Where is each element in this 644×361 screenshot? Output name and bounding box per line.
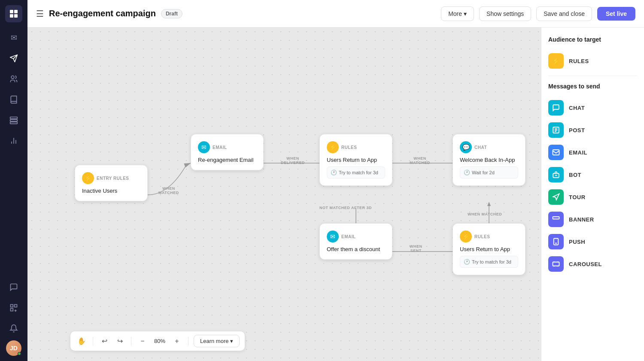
panel-post-icon	[548, 122, 564, 138]
panel-rules-item[interactable]: ⚡ RULES	[548, 50, 637, 72]
page-title: Re-engagement campaign	[49, 9, 156, 18]
email1-icon: ✉	[198, 141, 210, 153]
svg-rect-9	[15, 305, 17, 307]
panel-push-item[interactable]: PUSH	[548, 231, 637, 253]
learn-more-button[interactable]: Learn more ▾	[194, 335, 240, 347]
entry-type-label: ENTRY RULES	[97, 176, 129, 181]
sidebar-chart-icon[interactable]	[5, 132, 22, 149]
node-chat[interactable]: 💬 CHAT Welcome Back In-App 🕐 Wait for 2d	[453, 134, 526, 186]
rules2-type-label: RULES	[474, 234, 490, 239]
sidebar: ✉	[0, 0, 27, 361]
panel-push-label: PUSH	[569, 239, 585, 245]
panel-post-item[interactable]: POST	[548, 119, 637, 141]
email2-type-label: EMAIL	[341, 234, 356, 239]
node-email1[interactable]: ✉ EMAIL Re-engagement Email	[191, 134, 264, 170]
clock-icon-2: 🕐	[464, 170, 470, 176]
panel-rules-icon: ⚡	[548, 53, 564, 69]
email1-type-label: EMAIL	[213, 145, 227, 150]
panel-chat-icon	[548, 100, 564, 115]
svg-rect-28	[553, 217, 559, 219]
panel-carousel-item[interactable]: CAROUSEL	[548, 253, 637, 275]
chevron-down-icon: ▾	[464, 10, 467, 17]
chat-label: Welcome Back In-App	[460, 157, 518, 163]
panel-tour-icon	[548, 189, 564, 205]
conn-when-matched-2: WHENMATCHED	[410, 156, 430, 165]
panel-banner-icon	[548, 212, 564, 227]
hand-tool-button[interactable]: ✋	[76, 335, 88, 347]
panel-tour-item[interactable]: TOUR	[548, 186, 637, 208]
main-area: ☰ Re-engagement campaign Draft More ▾ Sh…	[27, 0, 644, 361]
node-email1-header: ✉ EMAIL	[198, 141, 256, 153]
conn-not-matched: NOT MATCHED AFTER 3D	[319, 206, 372, 210]
panel-carousel-label: CAROUSEL	[569, 261, 602, 267]
svg-rect-10	[11, 309, 13, 311]
chevron-down-icon-2: ▾	[230, 338, 233, 344]
app-logo[interactable]	[5, 5, 22, 22]
audience-title: Audience to target	[548, 36, 637, 43]
user-avatar[interactable]: JD	[6, 340, 21, 356]
sidebar-mail-icon[interactable]: ✉	[5, 29, 22, 46]
panel-chat-item[interactable]: CHAT	[548, 97, 637, 119]
node-entry-header: ⚡ ENTRY RULES	[82, 172, 140, 184]
sidebar-grid-plus-icon[interactable]	[5, 299, 22, 316]
undo-button[interactable]: ↩	[98, 335, 110, 347]
zoom-controls: ✋ ↩ ↪ − 80% + Learn more ▾	[70, 331, 245, 351]
email1-label: Re-engagement Email	[198, 157, 256, 163]
show-settings-button[interactable]: Show settings	[479, 6, 531, 21]
svg-rect-26	[553, 150, 559, 155]
zoom-level: 80%	[152, 338, 167, 344]
rules1-type-label: RULES	[341, 145, 357, 150]
menu-button[interactable]: ☰	[36, 9, 44, 19]
panel-email-item[interactable]: EMAIL	[548, 141, 637, 164]
panel-banner-item[interactable]: BANNER	[548, 208, 637, 231]
panel-bot-item[interactable]: BOT	[548, 164, 637, 186]
email2-label: Offer them a discount	[327, 246, 385, 252]
panel-carousel-icon	[548, 256, 564, 272]
svg-rect-7	[10, 122, 18, 124]
sidebar-bell-icon[interactable]	[5, 320, 22, 337]
sidebar-layers-icon[interactable]	[5, 112, 22, 129]
svg-rect-1	[14, 10, 18, 13]
svg-point-30	[556, 243, 556, 244]
node-entry-rules[interactable]: ⚡ ENTRY RULES Inactive Users	[75, 165, 148, 201]
flow-canvas[interactable]: WHENMATCHED WHENDELIVERED WHENMATCHED NO…	[27, 27, 541, 361]
panel-email-icon	[548, 145, 564, 160]
clock-icon-3: 🕐	[464, 259, 470, 265]
panel-post-label: POST	[569, 127, 585, 133]
node-rules2[interactable]: ⚡ RULES Users Return to App 🕐 Try to mat…	[453, 223, 526, 275]
chat-type-label: CHAT	[474, 145, 487, 150]
rules2-icon: ⚡	[460, 231, 472, 243]
more-button[interactable]: More ▾	[441, 6, 474, 21]
node-email2[interactable]: ✉ EMAIL Offer them a discount	[319, 223, 392, 260]
node-chat-header: 💬 CHAT	[460, 141, 518, 153]
chat-sub: 🕐 Wait for 2d	[460, 167, 518, 179]
redo-button[interactable]: ↪	[114, 335, 126, 347]
conn-when-matched-3: WHEN MATCHED	[468, 212, 502, 216]
svg-rect-3	[14, 14, 18, 18]
svg-rect-31	[553, 262, 559, 266]
sidebar-book-icon[interactable]	[5, 91, 22, 108]
messages-title: Messages to send	[548, 83, 637, 90]
sidebar-message-icon[interactable]	[5, 279, 22, 296]
panel-rules-label: RULES	[569, 58, 589, 64]
rules1-icon: ⚡	[327, 141, 339, 153]
node-rules2-header: ⚡ RULES	[460, 231, 518, 243]
zoom-in-button[interactable]: +	[171, 335, 183, 347]
conn-when-delivered: WHENDELIVERED	[281, 156, 305, 165]
svg-rect-5	[10, 117, 18, 119]
panel-bot-icon	[548, 167, 564, 182]
zoom-out-button[interactable]: −	[137, 335, 149, 347]
chat-icon: 💬	[460, 141, 472, 153]
sidebar-users-icon[interactable]	[5, 70, 22, 88]
rules1-sub: 🕐 Try to match for 3d	[327, 167, 385, 179]
node-rules1[interactable]: ⚡ RULES Users Return to App 🕐 Try to mat…	[319, 134, 392, 186]
entry-label: Inactive Users	[82, 188, 140, 194]
save-close-button[interactable]: Save and close	[536, 6, 592, 21]
sidebar-send-icon[interactable]	[5, 50, 22, 67]
email2-icon: ✉	[327, 231, 339, 243]
right-panel: Audience to target ⚡ RULES Messages to s…	[541, 27, 644, 361]
draft-badge: Draft	[161, 9, 182, 18]
panel-bot-label: BOT	[569, 172, 581, 178]
set-live-button[interactable]: Set live	[597, 7, 635, 21]
panel-tour-label: TOUR	[569, 194, 586, 200]
